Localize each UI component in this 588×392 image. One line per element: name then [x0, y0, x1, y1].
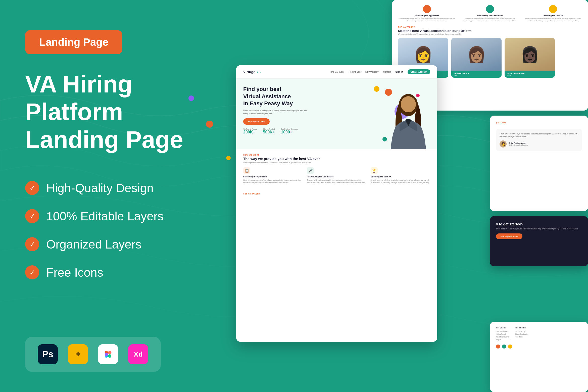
stat-clients: Clients Trusted 500K+	[263, 128, 275, 134]
talent-item-1: Sign In Apply	[515, 330, 527, 332]
feature-text-4: Free Icons	[46, 266, 103, 279]
va-price-3: $25/h	[507, 74, 552, 76]
testimonial-box: " With a lot of workloads, it makes me a…	[496, 129, 582, 151]
social-links	[496, 345, 582, 349]
interviewing-card-icon: 🎤	[307, 167, 314, 174]
feature-item-2: ✓ 100% Editable Layers	[25, 209, 164, 223]
top-va-label: TOP VA TALENT	[243, 193, 430, 195]
feature-text-1: High-Quality Design	[46, 181, 154, 195]
svg-point-6	[401, 96, 416, 112]
cta-question: y to get started?	[496, 222, 582, 226]
author-avatar: 👩	[500, 140, 507, 148]
client-item-2: Hiring Talent	[496, 333, 509, 335]
software-icons-row: Ps ✦ Xd	[25, 337, 161, 372]
how-cards: 📋 Screening the Applicants While hiring …	[243, 167, 430, 184]
check-icon-1: ✓	[25, 181, 39, 195]
features-list: ✓ High-Quality Design ✓ 100% Editable La…	[25, 181, 164, 293]
footer-col-clients: For Clients Cari Workspace Hiring Talent…	[496, 327, 509, 341]
deco-circle-green	[382, 137, 387, 141]
check-icon-3: ✓	[25, 237, 39, 251]
main-landing-preview: Virtugo ✦ ✦ Find VA Talent Posting Job W…	[236, 65, 437, 342]
xd-icon: Xd	[128, 344, 148, 364]
right-area: Screening the Applicants While hiring ma…	[191, 0, 588, 392]
feature-text-2: 100% Editable Layers	[46, 209, 164, 223]
process-title-3: Selecting the Best VA	[524, 15, 582, 17]
nav-link-4[interactable]: Contact	[383, 71, 391, 73]
feature-text-3: Organized Layers	[46, 237, 141, 251]
cta-button[interactable]: Hire Top VA Talent	[496, 233, 522, 239]
photoshop-icon: Ps	[38, 344, 58, 364]
nav-link-3[interactable]: Why Virtugo?	[365, 71, 379, 73]
sketch-icon: ✦	[68, 344, 88, 364]
nav-link-1[interactable]: Find VA Talent	[330, 71, 344, 73]
process-title-2: Interviewing the Candidates	[461, 15, 519, 17]
process-desc-1: While hiring managers aren't as actively…	[398, 18, 456, 22]
client-item-4: Payroll	[496, 339, 509, 340]
selecting-card-title: Selecting the Best VA	[371, 176, 430, 178]
svg-point-4	[105, 353, 108, 356]
check-icon-2: ✓	[25, 209, 39, 223]
preview-logo: Virtugo ✦ ✦	[243, 70, 261, 74]
testimonial-quote: " With a lot of workloads, it makes me a…	[500, 132, 578, 138]
va-card-2: 👩🏽 Kathryn Murphy $30/h	[451, 38, 502, 78]
testimonial-author: 👩 Erika Patrice Azhar UX Designer (Just …	[500, 140, 578, 148]
process-step-2: Interviewing the Candidates The next adv…	[461, 5, 519, 22]
interviewing-card-title: Interviewing the Candidates	[307, 176, 366, 178]
process-desc-3: When it comes to selecting candidates, r…	[524, 18, 582, 22]
stat-job-postings: Job Posting Everyday 1000+	[281, 128, 298, 134]
talents-title: For Talents	[515, 327, 527, 329]
how-card-3: 🏆 Selecting the Best VA When it comes to…	[371, 167, 430, 184]
client-item-3: Talents Scouting	[496, 336, 509, 338]
left-panel: Landing Page VA Hiring Platform Landing …	[0, 0, 221, 392]
figma-icon	[98, 344, 118, 364]
process-title-1: Screening the Applicants	[398, 15, 456, 17]
svg-point-3	[108, 354, 111, 358]
footer-panel: For Clients Cari Workspace Hiring Talent…	[490, 322, 588, 392]
selecting-icon	[549, 5, 557, 13]
process-step-3: Selecting the Best VA When it comes to s…	[524, 5, 582, 22]
interviewing-card-desc: The next advisory interaction with a hir…	[307, 179, 366, 184]
create-account-button[interactable]: Create Account	[408, 69, 430, 74]
va-section-title: Meet the best virtual assistants on our …	[398, 29, 582, 33]
preview-hero: Find your best Virtual Assistance In Eas…	[236, 79, 437, 149]
talent-item-2: Direct Contracts	[515, 333, 527, 335]
feature-item-1: ✓ High-Quality Design	[25, 181, 164, 195]
label-badge: Landing Page	[25, 30, 122, 54]
interviewing-icon	[486, 5, 494, 13]
va-section-label: TOP VA TALENT	[398, 26, 582, 28]
va-card-info-3: Savannah Nguyen $25/h	[505, 71, 555, 78]
deco-circle-yellow	[374, 86, 379, 92]
check-icon-4: ✓	[25, 265, 39, 279]
how-card-2: 🎤 Interviewing the Candidates The next a…	[307, 167, 366, 184]
author-name: Erika Patrice Azhar	[509, 142, 528, 144]
how-card-1: 📋 Screening the Applicants While hiring …	[243, 167, 303, 184]
social-icon-3	[508, 345, 512, 349]
hero-woman-figure	[387, 94, 430, 149]
preview-top-va-section: TOP VA TALENT	[236, 189, 437, 199]
how-subtitle: We help provide the best Virtual Assista…	[243, 162, 430, 164]
sign-in-link[interactable]: Sign In	[396, 71, 403, 73]
nav-link-2[interactable]: Posting Job	[349, 71, 361, 73]
hero-cta-button[interactable]: Hire Top VA Talent	[243, 118, 270, 125]
feature-item-3: ✓ Organized Layers	[25, 237, 164, 251]
preview-how-section: HOW WE WORK The way we provide you with …	[236, 149, 437, 189]
clients-title: For Clients	[496, 327, 509, 329]
va-name-3: Savannah Nguyen	[507, 72, 552, 74]
process-steps-row: Screening the Applicants While hiring ma…	[398, 5, 582, 22]
va-name-2: Kathryn Murphy	[454, 72, 499, 74]
footer-columns: For Clients Cari Workspace Hiring Talent…	[496, 327, 582, 341]
selecting-card-icon: 🏆	[371, 167, 378, 174]
feature-item-4: ✓ Free Icons	[25, 265, 164, 279]
va-price-2: $30/h	[454, 74, 499, 76]
screening-card-icon: 📋	[243, 167, 250, 174]
screening-card-title: Screening the Applicants	[243, 176, 303, 178]
va-card-3: 👩🏿 Savannah Nguyen $25/h	[505, 38, 555, 78]
selecting-card-desc: When it comes to selecting candidates, r…	[371, 179, 430, 184]
talent-item-3: Find Jobs	[515, 336, 527, 338]
how-label: HOW WE WORK	[243, 154, 430, 156]
author-role: UX Designer (Just Primula)	[509, 144, 528, 146]
client-item-1: Cari Workspace	[496, 330, 509, 332]
va-section-subtitle: We help provide the best Virtual Assista…	[398, 33, 582, 35]
screening-icon	[423, 5, 431, 13]
hero-subtitle: Need an assistant in doing your job? We …	[243, 109, 309, 115]
